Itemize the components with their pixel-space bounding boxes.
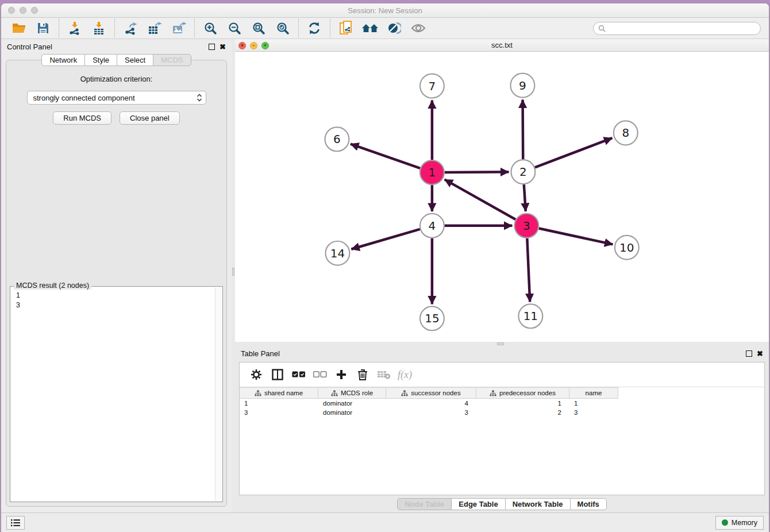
- column-header-mcds-role[interactable]: MCDS role: [318, 387, 386, 399]
- cell-mcds-role[interactable]: dominator: [318, 399, 386, 408]
- tab-select[interactable]: Select: [117, 54, 153, 66]
- cell-shared-name[interactable]: 1: [240, 399, 318, 408]
- zoom-in-button[interactable]: [198, 18, 222, 38]
- function-builder-icon: f(x): [398, 369, 412, 381]
- export-table-button[interactable]: [143, 18, 167, 38]
- tab-network[interactable]: Network: [41, 54, 85, 66]
- minimize-window-icon[interactable]: [20, 7, 26, 14]
- hierarchy-icon: [490, 390, 496, 396]
- zoom-in-icon: [204, 22, 217, 35]
- graph-edge-3-1[interactable]: [445, 179, 516, 219]
- graph-edge-4-14[interactable]: [351, 229, 419, 249]
- column-header-predecessor-nodes[interactable]: predecessor nodes: [476, 387, 569, 399]
- table-options-button[interactable]: [245, 365, 267, 384]
- graph-edge-3-10[interactable]: [539, 228, 613, 244]
- zoom-window-icon[interactable]: [31, 7, 38, 14]
- export-network-button[interactable]: [118, 18, 143, 38]
- network-canvas[interactable]: 7968124314101511: [235, 52, 769, 342]
- graph-edge-1-6[interactable]: [351, 144, 420, 168]
- run-mcds-button[interactable]: Run MCDS: [53, 111, 111, 125]
- main-toolbar: [1, 18, 769, 39]
- graph-edge-2-9[interactable]: [523, 100, 523, 160]
- column-header-name[interactable]: name: [569, 387, 618, 399]
- first-neighbors-button[interactable]: [358, 18, 382, 38]
- zoom-fit-icon: [252, 22, 265, 35]
- cell-predecessor-nodes[interactable]: 2: [476, 408, 569, 417]
- criterion-dropdown[interactable]: strongly connected component: [27, 91, 206, 105]
- app-window: Session: New Session: [1, 3, 769, 532]
- column-header-shared-name[interactable]: shared name: [240, 387, 318, 399]
- float-panel-icon[interactable]: [209, 44, 215, 50]
- close-network-icon[interactable]: ×: [238, 42, 246, 49]
- export-image-button[interactable]: [167, 18, 191, 38]
- table-row[interactable]: 3dominator323: [240, 408, 764, 417]
- graph-node-label-7: 7: [429, 80, 436, 93]
- toolbar-separator: [298, 19, 299, 37]
- export-network-icon: [124, 21, 138, 35]
- cell-predecessor-nodes[interactable]: 1: [476, 399, 569, 408]
- cell-successor-nodes[interactable]: 3: [386, 408, 476, 417]
- cell-successor-nodes[interactable]: 4: [386, 399, 476, 408]
- graph-edge-1-2[interactable]: [445, 172, 509, 172]
- graph-node-label-14: 14: [330, 247, 345, 260]
- create-column-button[interactable]: [330, 365, 352, 384]
- select-all-button[interactable]: [288, 365, 309, 384]
- result-scrollbar[interactable]: [215, 287, 222, 501]
- control-panel: Control Panel ✖ NetworkStyleSelectMCDS O…: [1, 39, 232, 512]
- open-session-button[interactable]: [7, 18, 31, 38]
- show-hide-icon: [411, 22, 426, 34]
- search-input[interactable]: [609, 24, 756, 32]
- close-panel-icon[interactable]: ✖: [220, 44, 226, 50]
- cell-shared-name[interactable]: 3: [240, 408, 318, 417]
- table-panel-header: Table Panel ✖: [235, 346, 769, 361]
- column-header-successor-nodes[interactable]: successor nodes: [386, 387, 476, 399]
- cell-mcds-role[interactable]: dominator: [318, 408, 386, 417]
- tab-network-table[interactable]: Network Table: [505, 498, 571, 510]
- zoom-network-icon[interactable]: +: [261, 42, 269, 49]
- float-panel-icon[interactable]: [746, 350, 752, 357]
- delete-column-button[interactable]: [352, 365, 373, 384]
- close-panel-icon[interactable]: ✖: [757, 350, 763, 357]
- unselect-all-button[interactable]: [309, 365, 330, 384]
- import-table-button[interactable]: [87, 18, 111, 38]
- show-columns-button[interactable]: [267, 365, 288, 384]
- import-network-button[interactable]: [63, 18, 87, 38]
- toolbar-separator: [194, 19, 195, 37]
- memory-label: Memory: [732, 519, 757, 527]
- minimize-network-icon[interactable]: −: [250, 42, 257, 49]
- cell-name[interactable]: 1: [569, 399, 618, 408]
- save-session-button[interactable]: [31, 18, 55, 38]
- tab-style[interactable]: Style: [84, 54, 117, 66]
- network-window-controls[interactable]: × − +: [238, 42, 269, 49]
- graph-edge-2-8[interactable]: [535, 138, 613, 167]
- zoom-fit-button[interactable]: [247, 18, 271, 38]
- network-graph[interactable]: 7968124314101511: [235, 52, 769, 342]
- task-history-button[interactable]: [6, 516, 25, 530]
- apply-layout-button[interactable]: [302, 18, 326, 38]
- window-controls[interactable]: [8, 7, 38, 14]
- tab-edge-table[interactable]: Edge Table: [451, 498, 505, 510]
- open-folder-icon: [11, 22, 26, 34]
- splitter-handle[interactable]: [497, 342, 504, 345]
- search-box[interactable]: [593, 22, 761, 35]
- control-panel-header: Control Panel ✖: [1, 39, 232, 54]
- cell-name[interactable]: 3: [569, 408, 618, 417]
- statusbar: Memory: [1, 512, 769, 532]
- tab-mcds[interactable]: MCDS: [153, 54, 191, 66]
- tab-node-table[interactable]: Node Table: [397, 498, 452, 510]
- titlebar: Session: New Session: [1, 3, 769, 18]
- graph-edge-2-3[interactable]: [524, 184, 526, 211]
- toggle-graphics-details-button[interactable]: [382, 18, 406, 38]
- zoom-out-button[interactable]: [222, 18, 247, 38]
- close-window-icon[interactable]: [8, 7, 15, 14]
- zoom-selected-button[interactable]: [271, 18, 295, 38]
- clone-network-button[interactable]: [334, 18, 358, 38]
- close-panel-button[interactable]: Close panel: [120, 111, 180, 125]
- tab-motifs[interactable]: Motifs: [570, 498, 607, 510]
- splitter-handle[interactable]: [232, 268, 234, 276]
- show-hide-button[interactable]: [406, 18, 430, 38]
- memory-button[interactable]: Memory: [715, 516, 764, 530]
- horizontal-splitter[interactable]: [235, 342, 769, 346]
- table-row[interactable]: 1dominator411: [240, 399, 764, 408]
- graph-edge-3-11[interactable]: [527, 238, 530, 302]
